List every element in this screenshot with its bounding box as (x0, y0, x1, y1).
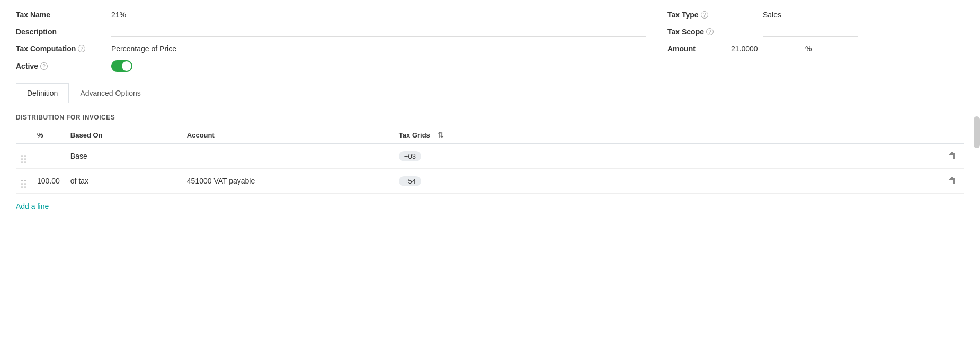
tax-scope-label: Tax Scope ? (667, 28, 752, 36)
th-account: Account (182, 126, 394, 144)
drag-handle-cell (16, 144, 32, 169)
tax-type-label: Tax Type ? (667, 11, 752, 19)
form-left: Tax Name 21% Description Tax Computation… (16, 11, 646, 72)
row2-percent: 100.00 (32, 169, 65, 194)
grid-badge: +03 (399, 151, 421, 161)
th-percent: % (32, 126, 65, 144)
tabs-container: Definition Advanced Options (0, 77, 980, 103)
table-row: Base +03 🗑 (16, 144, 964, 169)
row1-percent (32, 144, 65, 169)
tax-type-value[interactable]: Sales (763, 11, 964, 19)
row1-tax-grids[interactable]: +03 (394, 144, 941, 169)
drag-handle[interactable] (21, 180, 26, 188)
th-tax-grids: Tax Grids ⇅ (394, 126, 941, 144)
scrollbar[interactable] (974, 116, 980, 148)
th-action (941, 126, 964, 144)
tax-scope-help-icon[interactable]: ? (706, 28, 714, 35)
tax-scope-row: Tax Scope ? (667, 26, 964, 37)
tax-name-row: Tax Name 21% (16, 11, 646, 19)
tax-computation-value[interactable]: Percentage of Price (111, 44, 646, 53)
form-right: Tax Type ? Sales Tax Scope ? Amount 21.0… (646, 11, 964, 72)
row2-action: 🗑 (941, 169, 964, 194)
row2-based-on[interactable]: of tax (65, 169, 182, 194)
description-row: Description (16, 26, 646, 37)
add-line-container: Add a line (16, 194, 964, 216)
tabs: Definition Advanced Options (16, 83, 964, 103)
active-help-icon[interactable]: ? (40, 62, 48, 70)
row2-delete-button[interactable]: 🗑 (946, 174, 959, 188)
row1-based-on[interactable]: Base (65, 144, 182, 169)
tab-advanced-options[interactable]: Advanced Options (69, 83, 152, 103)
content-area: DISTRIBUTION FOR INVOICES % Based On Acc… (0, 103, 980, 226)
tax-name-label: Tax Name (16, 11, 101, 19)
row1-account[interactable] (182, 144, 394, 169)
tax-type-help-icon[interactable]: ? (701, 11, 708, 19)
table-row: 100.00 of tax 451000 VAT payable +54 🗑 (16, 169, 964, 194)
th-drag (16, 126, 32, 144)
add-line-button[interactable]: Add a line (16, 197, 49, 216)
amount-value[interactable]: 21.0000 (731, 44, 795, 53)
amount-row: Amount 21.0000 % (667, 44, 964, 53)
grid-badge: +54 (399, 176, 421, 186)
active-row: Active ? (16, 60, 646, 72)
table-header-row: % Based On Account Tax Grids ⇅ (16, 126, 964, 144)
description-value[interactable] (111, 26, 646, 37)
row1-delete-button[interactable]: 🗑 (946, 149, 959, 163)
row2-account[interactable]: 451000 VAT payable (182, 169, 394, 194)
tax-scope-value[interactable] (763, 26, 858, 37)
active-label: Active ? (16, 62, 101, 70)
amount-label: Amount (667, 44, 720, 53)
tax-computation-help-icon[interactable]: ? (78, 45, 85, 52)
filter-icon[interactable]: ⇅ (438, 131, 444, 139)
drag-handle-cell (16, 169, 32, 194)
form-section: Tax Name 21% Description Tax Computation… (0, 0, 980, 77)
description-label: Description (16, 28, 101, 36)
distribution-table: % Based On Account Tax Grids ⇅ (16, 126, 964, 194)
tax-computation-row: Tax Computation ? Percentage of Price (16, 44, 646, 53)
tax-computation-label: Tax Computation ? (16, 44, 101, 53)
drag-handle[interactable] (21, 155, 26, 163)
th-based-on: Based On (65, 126, 182, 144)
tax-name-value[interactable]: 21% (111, 11, 646, 19)
distribution-section-title: DISTRIBUTION FOR INVOICES (16, 114, 964, 121)
tax-type-row: Tax Type ? Sales (667, 11, 964, 19)
tab-definition[interactable]: Definition (16, 83, 69, 103)
active-toggle[interactable] (111, 60, 132, 72)
row1-action: 🗑 (941, 144, 964, 169)
amount-unit: % (805, 44, 812, 53)
row2-tax-grids[interactable]: +54 (394, 169, 941, 194)
